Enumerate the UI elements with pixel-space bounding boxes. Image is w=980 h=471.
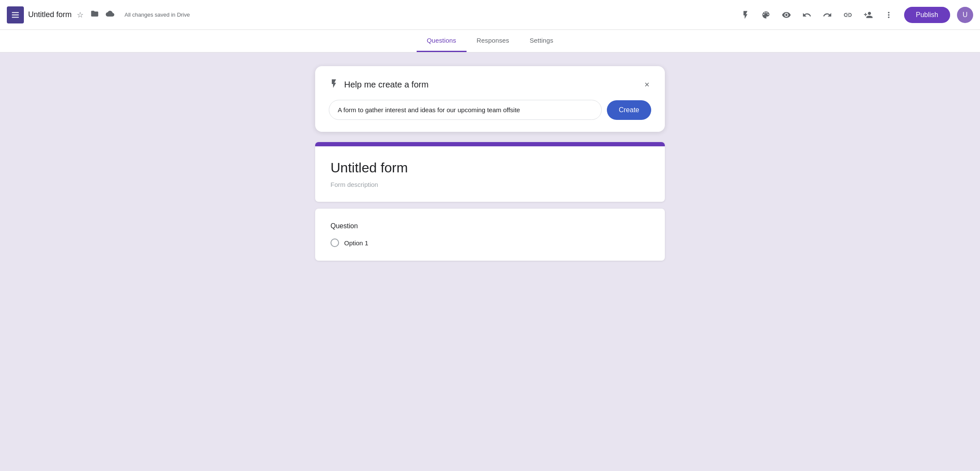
question-label[interactable]: Question <box>331 222 649 230</box>
svg-rect-1 <box>12 15 19 15</box>
radio-circle <box>331 238 339 247</box>
tab-settings[interactable]: Settings <box>519 30 563 52</box>
user-avatar[interactable]: U <box>957 7 973 23</box>
publish-button[interactable]: Publish <box>904 7 950 23</box>
ai-prompt-input[interactable] <box>329 100 602 120</box>
link-button[interactable] <box>839 6 856 23</box>
palette-icon-button[interactable] <box>757 6 774 23</box>
app-menu-icon[interactable] <box>7 6 24 23</box>
option-label: Option 1 <box>344 239 368 247</box>
main-content: Help me create a form × Create Untitled … <box>0 52 980 274</box>
option-row: Option 1 <box>331 238 649 247</box>
ai-sparkle-icon <box>329 78 339 91</box>
header-left: Untitled form ☆ All changes saved in Dri… <box>7 6 737 23</box>
svg-rect-2 <box>12 17 19 17</box>
ai-dialog-header: Help me create a form × <box>329 78 651 91</box>
form-card-body: Untitled form Form description <box>315 146 665 202</box>
ai-button[interactable] <box>737 6 754 23</box>
cloud-icon[interactable] <box>104 8 116 22</box>
create-button[interactable]: Create <box>607 100 651 120</box>
form-title: Untitled form <box>28 10 72 19</box>
add-collaborator-button[interactable] <box>860 6 877 23</box>
redo-button[interactable] <box>819 6 836 23</box>
more-options-button[interactable] <box>880 6 897 23</box>
folder-icon[interactable] <box>89 8 101 22</box>
question-card: Question Option 1 <box>315 209 665 261</box>
ai-dialog-title: Help me create a form <box>344 80 429 90</box>
tabs-bar: Questions Responses Settings <box>0 30 980 52</box>
ai-dialog-title-area: Help me create a form <box>329 78 429 91</box>
header: Untitled form ☆ All changes saved in Dri… <box>0 0 980 30</box>
form-card-accent-border <box>315 142 665 146</box>
undo-button[interactable] <box>798 6 815 23</box>
star-icon[interactable]: ☆ <box>75 9 85 21</box>
form-title-card: Untitled form Form description <box>315 142 665 202</box>
ai-dialog: Help me create a form × Create <box>315 66 665 132</box>
auto-save-status: All changes saved in Drive <box>125 12 190 18</box>
tab-responses[interactable]: Responses <box>467 30 519 52</box>
form-description-display[interactable]: Form description <box>331 181 649 188</box>
preview-icon-button[interactable] <box>778 6 795 23</box>
form-title-display[interactable]: Untitled form <box>331 160 649 176</box>
header-title-area: Untitled form ☆ <box>28 8 116 22</box>
tab-questions[interactable]: Questions <box>417 30 467 52</box>
ai-input-row: Create <box>329 100 651 120</box>
close-dialog-button[interactable]: × <box>643 78 651 91</box>
header-right: Publish U <box>737 6 973 23</box>
svg-rect-0 <box>12 12 19 13</box>
